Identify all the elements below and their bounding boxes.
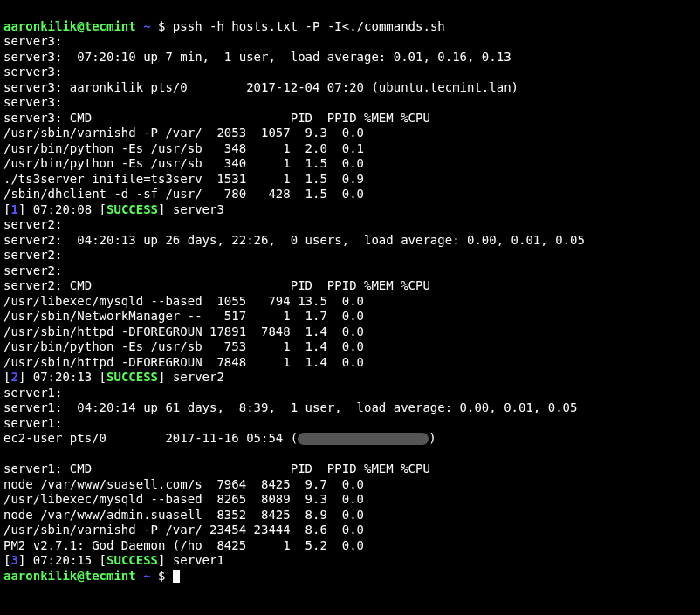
result-status: SUCCESS [106, 202, 158, 216]
output-line: /usr/libexec/mysqld --based 8265 8089 9.… [3, 492, 364, 506]
result-time: 07:20:08 [33, 202, 92, 216]
output-line: /usr/sbin/httpd -DFOREGROUN 17891 7848 1… [3, 325, 364, 338]
bracket: ] [18, 202, 33, 216]
bracket: ] [18, 370, 33, 384]
output-line: node /var/www/admin.suasell 8352 8425 8.… [3, 508, 364, 522]
prompt-user: aaronkilik@tecmint [3, 19, 143, 33]
output-line: server1: [3, 386, 62, 400]
prompt-dir: ~ [143, 19, 158, 33]
output-line: ) [429, 431, 436, 445]
result-time: 07:20:13 [33, 370, 92, 384]
output-line: /usr/libexec/mysqld --based 1055 794 13.… [3, 294, 364, 308]
result-time: 07:20:15 [33, 553, 92, 567]
output-line: server1: 04:20:14 up 61 days, 8:39, 1 us… [3, 400, 577, 414]
bracket: ] [18, 553, 33, 567]
output-line: ec2-user pts/0 [3, 431, 165, 445]
output-line: ./ts3server inifile=ts3serv 1531 1 1.5 0… [3, 172, 364, 186]
bracket: [ [92, 370, 106, 384]
bracket: [ [92, 553, 106, 567]
output-line: /usr/bin/python -Es /usr/sb 753 1 1.4 0.… [3, 339, 364, 353]
output-line: /usr/sbin/varnishd -P /var/ 2053 1057 9.… [3, 126, 364, 140]
bracket: ] [158, 553, 173, 567]
output-line: /usr/bin/python -Es /usr/sb 348 1 2.0 0.… [3, 141, 364, 155]
prompt-user: aaronkilik@tecmint [3, 569, 143, 583]
output-line: server2: [3, 263, 62, 277]
result-index: 3 [10, 553, 17, 567]
command-line: $ pssh -h hosts.txt -P -I<./commands.sh [158, 19, 445, 33]
output-line: /usr/sbin/httpd -DFOREGROUN 7848 1 1.4 0… [3, 355, 364, 369]
output-line: server3: [3, 65, 62, 79]
output-line: server2: 04:20:13 up 26 days, 22:26, 0 u… [3, 233, 585, 247]
output-line: server2: CMD PID PPID %MEM %CPU [3, 278, 430, 292]
output-line: server3: [3, 34, 62, 48]
output-line: server3: aaronkilik pts/0 2017-12-04 07:… [3, 80, 518, 94]
bracket: ] [158, 370, 173, 384]
output-line: PM2 v2.7.1: God Daemon (/ho 8425 1 5.2 0… [3, 538, 364, 552]
bracket: ] [158, 202, 173, 216]
result-status: SUCCESS [106, 553, 158, 567]
redacted-hostname [298, 433, 429, 445]
terminal[interactable]: aaronkilik@tecmint ~ $ pssh -h hosts.txt… [0, 0, 700, 587]
output-line: 2017-11-16 05:54 ( [165, 431, 298, 445]
bracket: [ [92, 202, 106, 216]
result-host: server1 [173, 553, 224, 567]
output-line: /usr/bin/python -Es /usr/sb 340 1 1.5 0.… [3, 156, 364, 170]
result-host: server2 [173, 370, 224, 384]
prompt-dollar: $ [158, 569, 173, 583]
result-index: 2 [10, 370, 17, 384]
result-status: SUCCESS [106, 370, 158, 384]
output-line: server1: CMD PID PPID %MEM %CPU [3, 461, 430, 475]
output-line: server3: [3, 95, 62, 109]
output-line: server2: [3, 248, 62, 262]
output-line: node /var/www/suasell.com/s 7964 8425 9.… [3, 477, 364, 491]
output-line: /usr/sbin/varnishd -P /var/ 23454 23444 … [3, 523, 364, 536]
result-index: 1 [10, 202, 17, 216]
output-line: server1: [3, 416, 62, 430]
output-line: server3: 07:20:10 up 7 min, 1 user, load… [3, 50, 511, 64]
output-line: /usr/sbin/NetworkManager -- 517 1 1.7 0.… [3, 309, 364, 323]
output-line [3, 447, 10, 461]
output-line: /sbin/dhclient -d -sf /usr/ 780 428 1.5 … [3, 187, 364, 201]
prompt-dir: ~ [143, 569, 158, 583]
output-line: server3: CMD PID PPID %MEM %CPU [3, 111, 430, 125]
output-line: server2: [3, 217, 62, 231]
cursor[interactable] [173, 570, 180, 583]
result-host: server3 [173, 202, 224, 216]
